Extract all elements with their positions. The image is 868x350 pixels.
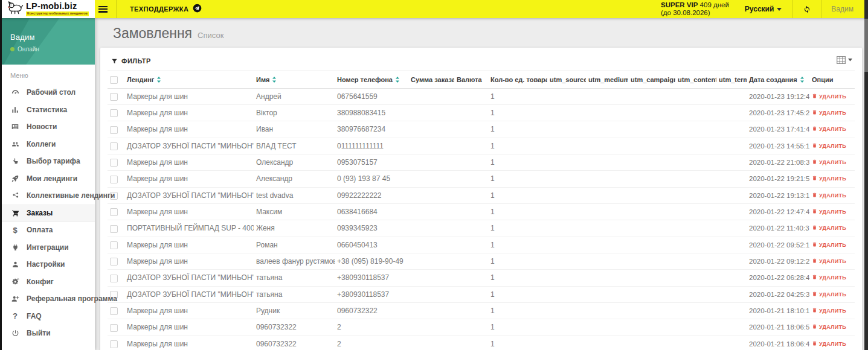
- cell-order_sum: [408, 237, 454, 253]
- row-checkbox[interactable]: [110, 340, 118, 348]
- sort-icon[interactable]: [156, 76, 161, 83]
- cell-order_sum: [408, 302, 454, 319]
- dog-logo-icon: [5, 1, 24, 18]
- delete-button[interactable]: УДАЛИТЬ: [812, 208, 846, 215]
- sidebar-item-orders[interactable]: Заказы: [2, 205, 95, 222]
- row-checkbox[interactable]: [110, 93, 118, 101]
- cell-created: 2020-01-22 12:47:43: [747, 203, 809, 220]
- row-checkbox[interactable]: [110, 275, 118, 282]
- sidebar-item-integrations[interactable]: Интеграции: [2, 239, 95, 256]
- delete-button[interactable]: УДАЛИТЬ: [812, 159, 846, 166]
- delete-button[interactable]: УДАЛИТЬ: [812, 109, 846, 116]
- column-header-landing[interactable]: Лендинг: [124, 71, 254, 89]
- row-checkbox[interactable]: [110, 126, 118, 134]
- sidebar-item-news[interactable]: Новости: [2, 118, 95, 136]
- cell-options: УДАЛИТЬ: [809, 88, 855, 104]
- column-header-name[interactable]: Имя: [254, 71, 335, 89]
- row-checkbox[interactable]: [110, 324, 118, 332]
- cell-options: УДАЛИТЬ: [809, 302, 855, 319]
- cell-options: УДАЛИТЬ: [809, 138, 855, 154]
- filter-button[interactable]: ФИЛЬТР: [111, 57, 151, 65]
- trash-icon: [812, 208, 817, 215]
- row-checkbox[interactable]: [110, 307, 118, 315]
- delete-button[interactable]: УДАЛИТЬ: [812, 323, 846, 331]
- page-scrollbar[interactable]: [864, 0, 868, 350]
- news-icon: [10, 122, 20, 131]
- cell-order_sum: [408, 319, 454, 336]
- question-icon: ?: [10, 312, 20, 320]
- row-checkbox[interactable]: [110, 225, 118, 233]
- select-all-checkbox[interactable]: [110, 76, 118, 84]
- sidebar-item-collective[interactable]: Коллективные лендинги: [2, 187, 95, 205]
- delete-button[interactable]: УДАЛИТЬ: [812, 142, 846, 150]
- sidebar-item-tariff[interactable]: Выбор тарифа: [2, 153, 95, 170]
- row-checkbox[interactable]: [110, 258, 118, 266]
- cell-created: 2020-01-22 06:28:49: [747, 270, 809, 286]
- sidebar-item-my-landings[interactable]: Мои лендинги: [2, 170, 95, 188]
- delete-button[interactable]: УДАЛИТЬ: [812, 175, 846, 182]
- sort-icon[interactable]: [272, 76, 277, 83]
- cell-utm_content: [675, 286, 716, 302]
- cell-utm_term: [716, 253, 747, 269]
- cell-landing: ПОРТАТИВНЫЙ ГЕЙМПАД SUP - 400 ИГР В 1: [124, 220, 254, 237]
- cell-phone: 0953075157: [335, 154, 408, 170]
- sidebar-item-config[interactable]: Конфиг: [2, 273, 95, 291]
- delete-button[interactable]: УДАЛИТЬ: [812, 258, 846, 265]
- cell-order_sum: [408, 154, 454, 170]
- divider: [116, 0, 117, 18]
- delete-button[interactable]: УДАЛИТЬ: [812, 192, 846, 199]
- row-checkbox[interactable]: [110, 176, 118, 183]
- row-checkbox[interactable]: [110, 109, 118, 117]
- topbar-username[interactable]: Вадим: [821, 5, 862, 13]
- cell-utm_source: [547, 138, 586, 154]
- sidebar-item-referral[interactable]: Реферальная программа: [2, 290, 95, 308]
- sidebar-item-dashboard[interactable]: Рабочий стол: [2, 84, 95, 101]
- cell-select: [108, 203, 124, 220]
- cell-utm_medium: [586, 286, 628, 302]
- table-body: Маркеры для шинАндрей067564155912020-01-…: [108, 88, 855, 350]
- columns-button[interactable]: [837, 56, 852, 64]
- delete-button[interactable]: УДАЛИТЬ: [812, 307, 846, 314]
- tech-support-link[interactable]: ТЕХПОДДЕРЖКА: [130, 4, 202, 15]
- trash-icon: [812, 307, 817, 314]
- sidebar-item-stats[interactable]: Статистика: [2, 101, 95, 119]
- sidebar-item-faq[interactable]: ?FAQ: [2, 308, 95, 325]
- row-checkbox[interactable]: [110, 208, 118, 216]
- row-checkbox[interactable]: [110, 142, 118, 150]
- delete-button[interactable]: УДАЛИТЬ: [812, 291, 846, 298]
- delete-button[interactable]: УДАЛИТЬ: [812, 126, 846, 133]
- cell-select: [108, 171, 124, 187]
- cell-name: Рудник: [254, 302, 335, 319]
- cell-select: [108, 220, 124, 237]
- delete-button[interactable]: УДАЛИТЬ: [812, 241, 846, 249]
- hand-icon: [10, 157, 20, 165]
- delete-button[interactable]: УДАЛИТЬ: [812, 224, 846, 232]
- trash-icon: [812, 175, 817, 182]
- sort-icon[interactable]: [800, 76, 805, 83]
- refresh-button[interactable]: [793, 0, 821, 18]
- cell-options: УДАЛИТЬ: [809, 237, 855, 253]
- sidebar-item-settings[interactable]: Настройки: [2, 256, 95, 273]
- funnel-icon: [111, 58, 118, 65]
- sidebar-item-colleagues[interactable]: Коллеги: [2, 136, 95, 153]
- table-row: Маркеры для шинАндрей067564155912020-01-…: [108, 88, 855, 104]
- cell-landing: Маркеры для шин: [124, 319, 254, 336]
- row-checkbox[interactable]: [110, 241, 118, 249]
- sidebar-item-payment[interactable]: $Оплата: [2, 221, 95, 239]
- power-icon: [10, 329, 20, 337]
- scrollbar-thumb[interactable]: [864, 19, 868, 72]
- language-selector[interactable]: Русский: [745, 5, 782, 13]
- cell-name: Віктор: [254, 104, 335, 121]
- delete-button[interactable]: УДАЛИТЬ: [812, 93, 846, 100]
- cell-options: УДАЛИТЬ: [809, 220, 855, 237]
- cell-order_sum: [408, 121, 454, 138]
- delete-button[interactable]: УДАЛИТЬ: [812, 340, 846, 348]
- hamburger-menu-icon[interactable]: [98, 6, 108, 13]
- logo[interactable]: LP-mobi.biz Конструктор мобильных лендин…: [2, 0, 95, 18]
- delete-button[interactable]: УДАЛИТЬ: [812, 274, 846, 281]
- row-checkbox[interactable]: [110, 159, 118, 167]
- column-header-phone[interactable]: Номер телефона: [335, 71, 408, 89]
- sidebar-item-logout[interactable]: Выйти: [2, 325, 95, 342]
- sort-icon[interactable]: [395, 76, 400, 83]
- column-header-created[interactable]: Дата создания: [747, 71, 809, 89]
